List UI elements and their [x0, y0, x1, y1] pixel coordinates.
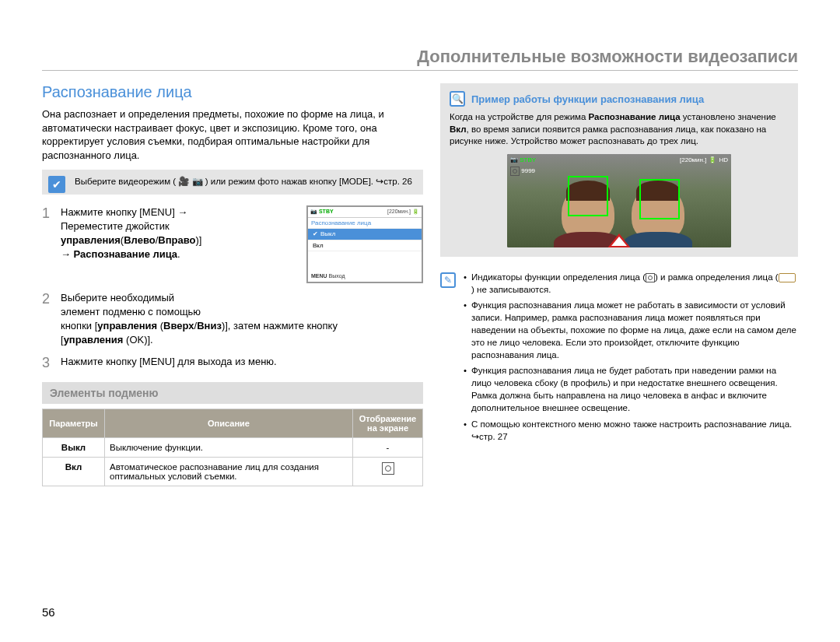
step-line: управления(Влево/Вправо)] — [61, 233, 299, 247]
cell-desc: Автоматическое распознавание лиц для соз… — [105, 458, 353, 486]
step-3: 3 Нажмите кнопку [MENU] для выхода из ме… — [42, 355, 423, 371]
video-icon: 🎥 — [178, 177, 189, 186]
step-line: кнопки [управления (Вверх/Вниз)], затем … — [61, 319, 423, 333]
note-item: С помощью контекстного меню можно также … — [464, 418, 798, 443]
notes-block: ✎ Индикаторы функции определения лица ()… — [440, 271, 798, 446]
mode-tip-before: Выберите видеорежим ( — [75, 177, 176, 186]
step-num: 1 — [42, 205, 53, 283]
table-row: Выкл Выключение функции. - — [43, 438, 423, 458]
options-table: Параметры Описание Отображение на экране… — [42, 409, 423, 486]
mini-title: Распознавание лица — [308, 218, 422, 230]
face-frame-icon — [779, 273, 796, 282]
mini-menu-preview: 📷 STBY [220мин.] 🔋 Распознавание лица ✔В… — [306, 205, 423, 283]
mode-tip-box: ✔ Выберите видеорежим ( 🎥 📷 ) или режим … — [42, 170, 423, 195]
note-icon: ✎ — [440, 272, 456, 288]
page-number: 56 — [42, 605, 55, 619]
cell-display — [353, 458, 423, 486]
example-box: 🔍 Пример работы функции распознавания ли… — [440, 83, 798, 257]
mini-row-off: ✔Выкл — [308, 229, 422, 240]
check-icon: ✔ — [48, 176, 65, 193]
face-box — [568, 176, 608, 216]
th-display: Отображение на экране — [353, 409, 423, 438]
step-1: 1 Нажмите кнопку [MENU] → Переместите дж… — [42, 205, 423, 283]
step-line: Нажмите кнопку [MENU] для выхода из меню… — [61, 355, 423, 371]
example-title: Пример работы функции распознавания лица — [471, 93, 704, 105]
th-desc: Описание — [105, 409, 353, 438]
left-column: Распознавание лица Она распознает и опре… — [42, 83, 423, 486]
step-2: 2 Выберите необходимый элемент подменю с… — [42, 291, 423, 348]
th-params: Параметры — [43, 409, 105, 438]
mini-row-on: Вкл — [308, 240, 422, 252]
example-text: Когда на устройстве для режима Распознав… — [450, 111, 789, 148]
note-item: Функция распознавания лица может не рабо… — [464, 299, 798, 361]
step-num: 3 — [42, 355, 53, 371]
step-line: элемент подменю с помощью — [61, 305, 423, 319]
note-item: Функция распознавания лица не будет рабо… — [464, 364, 798, 414]
intro-text: Она распознает и определения предметы, п… — [42, 107, 423, 162]
photo-icon: 📷 — [192, 177, 203, 186]
note-item: Индикаторы функции определения лица () и… — [464, 271, 798, 296]
page-header: Дополнительные возможности видеозаписи — [42, 47, 798, 71]
section-title: Распознавание лица — [42, 83, 423, 101]
cell-param: Вкл — [43, 458, 105, 486]
step-line: Нажмите кнопку [MENU] → — [61, 205, 299, 219]
camera-preview: 📷 STBY [220мин.] 🔋 HD 9999 — [507, 154, 731, 247]
right-column: 🔍 Пример работы функции распознавания ли… — [440, 83, 798, 486]
cell-display: - — [353, 438, 423, 458]
magnifier-icon: 🔍 — [450, 91, 465, 107]
mode-tip-after: ) или режим фото нажав кнопку [MODE]. ↪с… — [205, 177, 412, 186]
step-line: Переместите джойстик — [61, 219, 299, 233]
pointer-icon — [607, 233, 632, 247]
step-num: 2 — [42, 291, 53, 348]
table-row: Вкл Автоматическое распознавание лиц для… — [43, 458, 423, 486]
step-line: Выберите необходимый — [61, 291, 423, 305]
steps-list: 1 Нажмите кнопку [MENU] → Переместите дж… — [42, 205, 423, 372]
step-line: [управления (OK)]. — [61, 333, 423, 347]
step-line: → Распознавание лица. — [61, 247, 299, 261]
face-detect-icon — [646, 273, 655, 282]
cell-desc: Выключение функции. — [105, 438, 353, 458]
face-box — [639, 179, 680, 219]
submenu-heading: Элементы подменю — [42, 382, 423, 404]
face-detect-icon — [382, 462, 394, 475]
cell-param: Выкл — [43, 438, 105, 458]
